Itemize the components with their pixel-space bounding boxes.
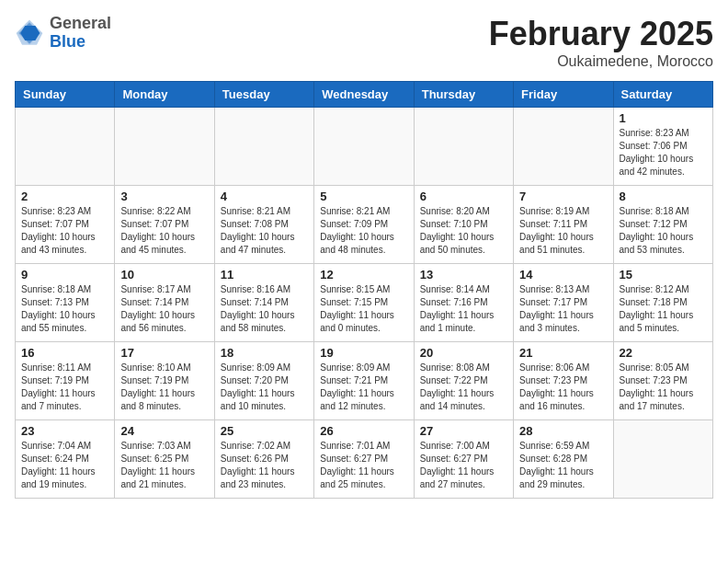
day-number: 8 xyxy=(620,190,707,203)
calendar-cell: 20Sunrise: 8:08 AM Sunset: 7:22 PM Dayli… xyxy=(414,342,513,420)
calendar-cell: 3Sunrise: 8:22 AM Sunset: 7:07 PM Daylig… xyxy=(115,186,214,264)
day-number: 24 xyxy=(120,424,208,438)
calendar-cell: 12Sunrise: 8:15 AM Sunset: 7:15 PM Dayli… xyxy=(314,264,414,342)
day-number: 12 xyxy=(320,268,407,282)
calendar-cell: 21Sunrise: 8:06 AM Sunset: 7:23 PM Dayli… xyxy=(514,342,613,420)
day-number: 6 xyxy=(420,190,507,203)
day-info: Sunrise: 7:00 AM Sunset: 6:27 PM Dayligh… xyxy=(420,440,507,491)
day-info: Sunrise: 8:18 AM Sunset: 7:12 PM Dayligh… xyxy=(620,205,707,257)
day-number: 5 xyxy=(320,190,407,203)
day-info: Sunrise: 8:14 AM Sunset: 7:16 PM Dayligh… xyxy=(420,283,507,335)
page-header: General Blue February 2025 Oukaimedene, … xyxy=(15,15,713,70)
day-info: Sunrise: 8:06 AM Sunset: 7:23 PM Dayligh… xyxy=(519,362,607,413)
day-info: Sunrise: 8:05 AM Sunset: 7:23 PM Dayligh… xyxy=(620,362,707,413)
calendar-cell: 8Sunrise: 8:18 AM Sunset: 7:12 PM Daylig… xyxy=(613,186,712,264)
calendar-header-monday: Monday xyxy=(115,82,214,108)
day-info: Sunrise: 8:23 AM Sunset: 7:07 PM Dayligh… xyxy=(21,205,108,257)
logo-general-text: General xyxy=(50,15,111,33)
logo: General Blue xyxy=(15,15,111,52)
day-info: Sunrise: 8:15 AM Sunset: 7:15 PM Dayligh… xyxy=(320,283,407,335)
calendar-cell: 19Sunrise: 8:09 AM Sunset: 7:21 PM Dayli… xyxy=(314,342,414,420)
calendar-cell xyxy=(613,420,712,499)
calendar-cell: 27Sunrise: 7:00 AM Sunset: 6:27 PM Dayli… xyxy=(414,420,513,499)
calendar-header-wednesday: Wednesday xyxy=(314,82,414,108)
day-info: Sunrise: 8:21 AM Sunset: 7:09 PM Dayligh… xyxy=(320,205,407,257)
title-block: February 2025 Oukaimedene, Morocco xyxy=(489,15,713,70)
day-info: Sunrise: 8:12 AM Sunset: 7:18 PM Dayligh… xyxy=(620,283,707,335)
calendar-cell xyxy=(314,108,414,186)
calendar-cell: 9Sunrise: 8:18 AM Sunset: 7:13 PM Daylig… xyxy=(16,264,115,342)
location-text: Oukaimedene, Morocco xyxy=(489,53,713,70)
calendar-cell: 23Sunrise: 7:04 AM Sunset: 6:24 PM Dayli… xyxy=(16,420,115,499)
day-info: Sunrise: 8:18 AM Sunset: 7:13 PM Dayligh… xyxy=(21,283,108,335)
calendar-header-friday: Friday xyxy=(514,82,613,108)
day-number: 28 xyxy=(519,424,607,438)
calendar-cell: 24Sunrise: 7:03 AM Sunset: 6:25 PM Dayli… xyxy=(115,420,214,499)
day-number: 3 xyxy=(120,190,208,203)
calendar-cell xyxy=(214,108,313,186)
calendar-cell: 6Sunrise: 8:20 AM Sunset: 7:10 PM Daylig… xyxy=(414,186,513,264)
day-number: 23 xyxy=(21,424,108,438)
calendar-table: SundayMondayTuesdayWednesdayThursdayFrid… xyxy=(15,81,713,499)
day-info: Sunrise: 8:10 AM Sunset: 7:19 PM Dayligh… xyxy=(120,362,208,413)
logo-text: General Blue xyxy=(50,15,111,52)
day-info: Sunrise: 8:09 AM Sunset: 7:20 PM Dayligh… xyxy=(221,362,308,413)
calendar-cell: 5Sunrise: 8:21 AM Sunset: 7:09 PM Daylig… xyxy=(314,186,414,264)
day-number: 20 xyxy=(420,346,507,360)
calendar-cell xyxy=(16,108,115,186)
day-number: 1 xyxy=(620,111,707,125)
day-number: 10 xyxy=(120,268,208,282)
day-number: 13 xyxy=(420,268,507,282)
month-title: February 2025 xyxy=(489,15,713,53)
day-number: 2 xyxy=(21,190,108,203)
calendar-cell: 26Sunrise: 7:01 AM Sunset: 6:27 PM Dayli… xyxy=(314,420,414,499)
calendar-cell: 13Sunrise: 8:14 AM Sunset: 7:16 PM Dayli… xyxy=(414,264,513,342)
day-number: 9 xyxy=(21,268,108,282)
day-number: 16 xyxy=(21,346,108,360)
day-number: 22 xyxy=(620,346,707,360)
calendar-cell: 1Sunrise: 8:23 AM Sunset: 7:06 PM Daylig… xyxy=(613,108,712,186)
day-number: 17 xyxy=(120,346,208,360)
logo-icon xyxy=(15,18,44,48)
calendar-week-row: 9Sunrise: 8:18 AM Sunset: 7:13 PM Daylig… xyxy=(16,264,713,342)
day-info: Sunrise: 6:59 AM Sunset: 6:28 PM Dayligh… xyxy=(519,440,607,491)
day-number: 27 xyxy=(420,424,507,438)
day-info: Sunrise: 8:16 AM Sunset: 7:14 PM Dayligh… xyxy=(221,283,308,335)
calendar-cell: 10Sunrise: 8:17 AM Sunset: 7:14 PM Dayli… xyxy=(115,264,214,342)
calendar-header-sunday: Sunday xyxy=(16,82,115,108)
day-info: Sunrise: 8:08 AM Sunset: 7:22 PM Dayligh… xyxy=(420,362,507,413)
calendar-cell: 25Sunrise: 7:02 AM Sunset: 6:26 PM Dayli… xyxy=(214,420,313,499)
day-info: Sunrise: 7:03 AM Sunset: 6:25 PM Dayligh… xyxy=(120,440,208,491)
day-info: Sunrise: 7:04 AM Sunset: 6:24 PM Dayligh… xyxy=(21,440,108,491)
calendar-week-row: 23Sunrise: 7:04 AM Sunset: 6:24 PM Dayli… xyxy=(16,420,713,499)
day-info: Sunrise: 8:23 AM Sunset: 7:06 PM Dayligh… xyxy=(620,127,707,178)
day-number: 15 xyxy=(620,268,707,282)
calendar-week-row: 2Sunrise: 8:23 AM Sunset: 7:07 PM Daylig… xyxy=(16,186,713,264)
calendar-cell: 22Sunrise: 8:05 AM Sunset: 7:23 PM Dayli… xyxy=(613,342,712,420)
day-info: Sunrise: 7:01 AM Sunset: 6:27 PM Dayligh… xyxy=(320,440,407,491)
logo-blue-text: Blue xyxy=(50,33,111,52)
day-info: Sunrise: 8:20 AM Sunset: 7:10 PM Dayligh… xyxy=(420,205,507,257)
calendar-cell: 7Sunrise: 8:19 AM Sunset: 7:11 PM Daylig… xyxy=(514,186,613,264)
calendar-cell: 2Sunrise: 8:23 AM Sunset: 7:07 PM Daylig… xyxy=(16,186,115,264)
calendar-cell: 14Sunrise: 8:13 AM Sunset: 7:17 PM Dayli… xyxy=(514,264,613,342)
calendar-cell: 18Sunrise: 8:09 AM Sunset: 7:20 PM Dayli… xyxy=(214,342,313,420)
day-number: 7 xyxy=(519,190,607,203)
calendar-week-row: 16Sunrise: 8:11 AM Sunset: 7:19 PM Dayli… xyxy=(16,342,713,420)
calendar-header-saturday: Saturday xyxy=(613,82,712,108)
calendar-cell: 11Sunrise: 8:16 AM Sunset: 7:14 PM Dayli… xyxy=(214,264,313,342)
day-number: 4 xyxy=(221,190,308,203)
day-info: Sunrise: 8:22 AM Sunset: 7:07 PM Dayligh… xyxy=(120,205,208,257)
day-info: Sunrise: 8:09 AM Sunset: 7:21 PM Dayligh… xyxy=(320,362,407,413)
calendar-header-thursday: Thursday xyxy=(414,82,513,108)
day-number: 18 xyxy=(221,346,308,360)
day-info: Sunrise: 8:21 AM Sunset: 7:08 PM Dayligh… xyxy=(221,205,308,257)
calendar-cell: 28Sunrise: 6:59 AM Sunset: 6:28 PM Dayli… xyxy=(514,420,613,499)
day-number: 26 xyxy=(320,424,407,438)
day-number: 14 xyxy=(519,268,607,282)
day-number: 19 xyxy=(320,346,407,360)
calendar-header-row: SundayMondayTuesdayWednesdayThursdayFrid… xyxy=(16,82,713,108)
calendar-cell xyxy=(514,108,613,186)
day-number: 21 xyxy=(519,346,607,360)
day-number: 11 xyxy=(221,268,308,282)
